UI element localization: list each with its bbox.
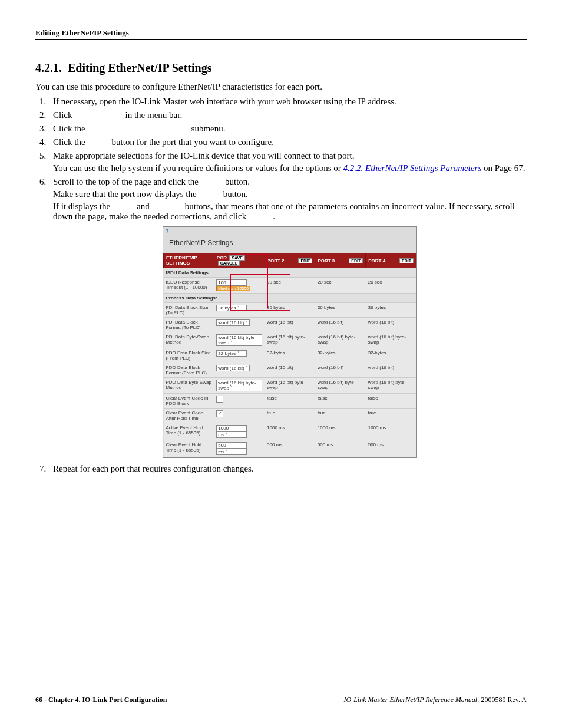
screenshot-title: EtherNet/IP Settings [163,235,416,253]
step-4-text-b: button for the port that you want to con… [112,137,274,147]
row-p4: 32-bytes [366,348,416,363]
step-6-c4: . [273,212,275,221]
table-row: PDO Data Byte-Swap Methodword (16 bit) b… [164,378,416,394]
cancel-button[interactable]: CANCEL [218,261,240,266]
row-select[interactable]: word (16 bit) [216,319,250,326]
step-2-menu [74,110,123,120]
row-p4: word (16 bit) byte-swap [366,378,416,394]
row-checkbox[interactable]: ✓ [216,410,223,417]
step-6-save [201,177,223,186]
row-p3: word (16 bit) [315,363,366,378]
row-input[interactable]: 1000 [216,425,247,431]
page-footer: 66 - Chapter 4. IO-Link Port Configurati… [35,693,527,704]
xref-link[interactable]: 4.2.2. EtherNet/IP Settings Parameters [343,163,482,173]
row-label: PDO Data Block Format (From PLC) [164,363,214,378]
row-input[interactable]: 500 [216,442,247,449]
table-header-row: ETHERNET/IP SETTINGS POR SAVE CANCEL POR… [164,253,416,268]
row-p2: false [265,394,315,409]
step-6-c2: and [137,202,151,211]
step-3-submenu [87,124,189,133]
step-6-save3 [249,212,271,221]
isdu-p2: 20 sec [265,278,315,294]
row-p3: 500 ms [315,440,366,457]
step-3-text-a: Click the [53,124,87,133]
table-row: PDI Data Block Size (To PLC)36 bytes36 b… [164,303,416,318]
port2-label: PORT 2 [267,258,285,263]
step-5-text-a: Make appropriate selections for the IO-L… [53,151,355,160]
isdu-section-row: ISDU Data Settings: [164,268,416,278]
step-4-button [87,137,110,147]
row-p2: word (16 bit) byte-swap [265,332,315,348]
pdata-section-row: Process Data Settings: [164,294,416,303]
row-select[interactable]: word (16 bit) byte-swap [216,380,262,391]
col-port4: PORT 4 EDIT [366,253,416,268]
step-6-a1: Scroll to the top of the page and click … [53,177,201,186]
table-row: PDI Data Byte-Swap Methodword (16 bit) b… [164,332,416,348]
step-6-cancel [152,202,183,211]
row-p2: true [265,409,315,423]
row-label: PDI Data Block Size (To PLC) [164,303,214,318]
row-p2: word (16 bit) [265,363,315,378]
row-select[interactable]: word (16 bit) [216,365,250,371]
row-unit-select[interactable]: ms [216,449,247,455]
step-1: If necessary, open the IO-Link Master we… [48,97,527,107]
row-select[interactable]: word (16 bit) byte-swap [216,334,262,346]
step-3: Click the submenu. [48,124,527,134]
table-row: Clear Event Code After Hold Time✓truetru… [164,409,416,423]
row-label: Clear Event Code In PDO Block [164,394,214,409]
row-p3: false [315,394,366,409]
row-p4: false [366,394,416,409]
row-label: PDI Data Byte-Swap Method [164,332,214,348]
row-label: PDI Data Block Format (To PLC) [164,318,214,332]
isdu-timeout-input[interactable]: 100 [216,279,247,286]
table-row: Clear Event Hold Time (1 - 65535)500 ms5… [164,440,416,457]
procedure-list: If necessary, open the IO-Link Master we… [35,97,527,474]
row-select[interactable]: 36 bytes [216,305,247,311]
help-icon[interactable]: ? [163,227,416,235]
step-6-c1: If it displays the [53,202,113,211]
step-2-text-a: Click [53,110,74,120]
row-p3: 32-bytes [315,348,366,363]
row-unit-select[interactable]: ms [216,431,247,438]
step-5-sub: You can use the help system if you requi… [53,163,527,173]
table-row: PDO Data Block Format (From PLC)word (16… [164,363,416,378]
row-p4: word (16 bit) [366,318,416,332]
table-row: PDI Data Block Format (To PLC)word (16 b… [164,318,416,332]
row-p4: word (16 bit) [366,363,416,378]
row-p4: 500 ms [366,440,416,457]
edit-button-p3[interactable]: EDIT [349,258,363,263]
row-p3: 36 bytes [315,303,366,318]
step-5-sub-b: on Page 67. [484,163,525,173]
row-p4: 1000 ms [366,423,416,440]
row-p4: word (16 bit) byte-swap [366,332,416,348]
isdu-p3: 20 sec [315,278,366,294]
pdata-section-label: Process Data Settings: [164,294,416,303]
col-port1: POR SAVE CANCEL [214,253,265,268]
footer-left-text: 66 - Chapter 4. IO-Link Port Configurati… [35,696,167,704]
step-3-text-b: submenu. [191,124,226,133]
row-p3: word (16 bit) byte-swap [315,378,366,394]
row-p4: 36 bytes [366,303,416,318]
step-7: Repeat for each port that requires confi… [48,464,527,474]
row-label: Clear Event Hold Time (1 - 65535) [164,440,214,457]
step-6-a2: button. [225,177,250,186]
footer-right: IO-Link Master EtherNet/IP Reference Man… [344,696,527,704]
footer-left: 66 - Chapter 4. IO-Link Port Configurati… [35,696,167,704]
step-2: Click in the menu bar. [48,110,527,120]
row-select[interactable]: 32-bytes [216,350,247,357]
edit-button-p2[interactable]: EDIT [298,258,312,263]
settings-table: ETHERNET/IP SETTINGS POR SAVE CANCEL POR… [163,253,416,457]
step-5-sub-a: You can use the help system if you requi… [53,163,343,173]
row-p2: word (16 bit) byte-swap [265,378,315,394]
row-label: PDO Data Block Size (From PLC) [164,348,214,363]
step-6-b1: Make sure that the port now displays the [53,189,199,199]
isdu-tooltip: Maximum 10000 [216,286,250,291]
isdu-timeout-row: ISDU Response Timeout (1 - 10000) 100 Ma… [164,278,416,294]
save-button[interactable]: SAVE [229,255,245,261]
row-checkbox[interactable] [216,396,223,403]
section-number: 4.2.1. [35,61,62,74]
step-6-c: If it displays the and buttons, that mea… [53,202,527,222]
col-port2: PORT 2 EDIT [265,253,315,268]
row-p3: word (16 bit) [315,318,366,332]
edit-button-p4[interactable]: EDIT [399,258,414,263]
